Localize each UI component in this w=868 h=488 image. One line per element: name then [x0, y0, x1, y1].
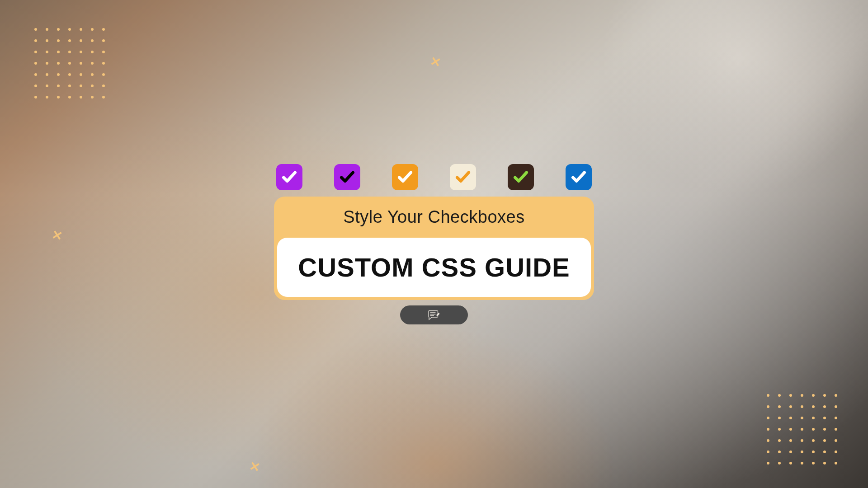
checkbox-purple-black: [334, 164, 360, 190]
check-icon: [339, 169, 356, 186]
check-icon: [281, 169, 298, 186]
caption-badge: [400, 305, 468, 324]
check-icon: [454, 169, 472, 186]
chat-edit-icon: [426, 309, 442, 321]
checkbox-brown-green: [508, 164, 534, 190]
check-icon: [396, 169, 414, 186]
checkbox-examples-row: [276, 164, 592, 190]
check-icon: [570, 169, 587, 186]
checkbox-cream-orange: [450, 164, 476, 190]
check-icon: [512, 169, 529, 186]
subtitle-text: Style Your Checkboxes: [343, 207, 524, 227]
main-title-panel: CUSTOM CSS GUIDE: [277, 238, 591, 297]
checkbox-blue-white: [566, 164, 592, 190]
checkbox-purple-white: [276, 164, 302, 190]
title-card: Style Your Checkboxes CUSTOM CSS GUIDE: [274, 197, 594, 300]
content-stage: Style Your Checkboxes CUSTOM CSS GUIDE: [0, 0, 868, 488]
checkbox-orange-white: [392, 164, 418, 190]
main-title-text: CUSTOM CSS GUIDE: [288, 252, 580, 282]
